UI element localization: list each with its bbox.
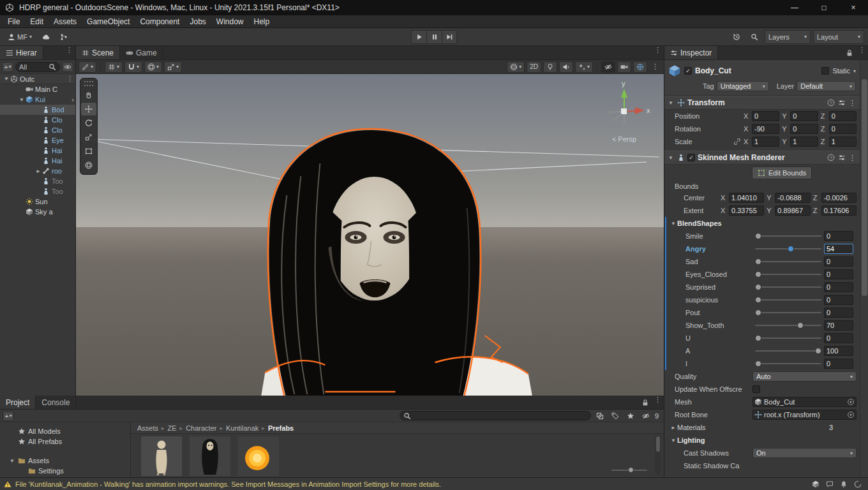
close-button[interactable]: × [839, 0, 868, 15]
breadcrumb-item[interactable]: Kuntilanak [226, 424, 258, 432]
component-enabled-checkbox[interactable]: ✓ [687, 154, 695, 161]
blendshape-slider[interactable] [755, 346, 821, 356]
blendshape-slider[interactable] [755, 231, 821, 241]
blendshape-slider[interactable] [755, 256, 821, 267]
slider-knob[interactable] [788, 246, 794, 252]
rotation-y-field[interactable]: 0 [790, 124, 818, 134]
maximize-button[interactable]: □ [809, 0, 839, 15]
tab-game[interactable]: Game [120, 46, 163, 59]
slider-knob[interactable] [815, 348, 821, 354]
slider-knob[interactable] [755, 335, 761, 341]
menu-jobs[interactable]: Jobs [184, 15, 211, 27]
console-status-icon[interactable] [826, 480, 834, 488]
grid-visual-dropdown[interactable]: ▾ [105, 61, 123, 73]
presets-icon[interactable] [838, 154, 846, 161]
hierarchy-item[interactable]: Too [0, 176, 75, 186]
progress-spinner-icon[interactable] [854, 480, 862, 488]
blendshape-slider[interactable] [755, 308, 821, 318]
blendshape-value-field[interactable]: 0 [824, 295, 853, 305]
blendshape-value-field[interactable]: 0 [824, 308, 853, 318]
breadcrumb-item[interactable]: Prefabs [268, 424, 294, 432]
scale-z-field[interactable]: 1 [829, 137, 857, 147]
open-prefab-chevron[interactable]: › [71, 96, 75, 103]
scene-lighting-toggle[interactable] [543, 61, 557, 73]
blendshape-label[interactable]: U [685, 334, 753, 342]
smr-header[interactable]: ▼ ✓ Skinned Mesh Renderer ? ⋮ [664, 151, 860, 165]
rotation-x-field[interactable]: -90 [752, 124, 779, 134]
foldout-arrow[interactable]: ▼ [670, 221, 677, 226]
menu-file[interactable]: File [3, 15, 25, 27]
slider-knob[interactable] [755, 258, 761, 265]
slider-knob[interactable] [755, 309, 761, 316]
blendshape-value-field[interactable]: 54 [824, 244, 853, 254]
project-search-input[interactable] [414, 412, 587, 420]
breadcrumb-item[interactable]: Assets [137, 424, 158, 432]
bounds-center-y-field[interactable]: -0.0688 [775, 193, 810, 203]
scene-audio-toggle[interactable] [559, 61, 573, 73]
tab-console[interactable]: Console [36, 396, 76, 409]
foldout-arrow[interactable]: ▼ [3, 76, 10, 82]
slider-knob[interactable] [755, 360, 761, 367]
blendshape-value-field[interactable]: 0 [824, 333, 853, 343]
foldout-arrow[interactable]: ▼ [667, 100, 675, 106]
hierarchy-item[interactable]: Too [0, 186, 75, 197]
materials-label[interactable]: Materials [677, 424, 706, 431]
tab-project[interactable]: Project [0, 396, 36, 409]
hierarchy-item[interactable]: Sky a [0, 207, 75, 217]
folder-item[interactable]: Settings [0, 466, 130, 476]
menu-window[interactable]: Window [211, 15, 249, 27]
blendshape-value-field[interactable]: 0 [824, 269, 853, 279]
position-x-field[interactable]: 0 [752, 111, 779, 121]
hierarchy-item[interactable]: Main C [0, 84, 75, 94]
foldout-arrow[interactable]: ► [34, 168, 42, 174]
property-label[interactable]: Scale [675, 138, 744, 145]
scene-orientation-gizmo[interactable]: y x < Persp [592, 79, 656, 143]
menu-component[interactable]: Component [135, 15, 184, 27]
scene-view-menu-icon[interactable]: ⋮ [652, 46, 664, 59]
blendshape-label[interactable]: Show_Tooth [685, 322, 753, 329]
scrollbar-thumb[interactable] [862, 79, 867, 296]
scale-x-field[interactable]: 1 [752, 137, 779, 147]
blendshape-value-field[interactable]: 0 [824, 359, 853, 369]
menu-edit[interactable]: Edit [25, 15, 49, 27]
transform-tool-button[interactable] [81, 159, 96, 172]
blendshape-slider[interactable] [755, 320, 821, 330]
hierarchy-item[interactable]: Clo [0, 125, 75, 135]
search-by-label-icon[interactable] [609, 412, 622, 420]
object-picker-icon[interactable] [847, 411, 855, 419]
static-checkbox[interactable] [821, 67, 829, 75]
bounds-extent-z-field[interactable]: 0.17606 [821, 205, 857, 216]
component-menu-icon[interactable]: ⋮ [849, 154, 856, 162]
play-button[interactable] [411, 30, 426, 44]
bounds-center-x-field[interactable]: 1.04010 [729, 193, 764, 203]
menu-assets[interactable]: Assets [49, 15, 82, 27]
static-dropdown-icon[interactable]: ▾ [853, 68, 856, 74]
update-offscreen-checkbox[interactable] [752, 385, 760, 393]
pause-button[interactable] [426, 30, 442, 44]
blendshape-slider[interactable] [755, 269, 821, 279]
camera-settings-button[interactable] [617, 61, 631, 73]
menu-help[interactable]: Help [249, 15, 275, 27]
position-z-field[interactable]: 0 [829, 111, 857, 121]
layer-dropdown[interactable]: Default ▾ [797, 81, 856, 91]
blendshape-value-field[interactable]: 100 [824, 346, 853, 356]
hierarchy-item[interactable]: Eye [0, 135, 75, 145]
position-y-field[interactable]: 0 [790, 111, 818, 121]
hierarchy-search-filter[interactable]: All [15, 62, 60, 72]
status-message[interactable]: File 'Kuntilanak_Animation - Walking' ha… [15, 480, 808, 488]
breadcrumb-item[interactable]: ZE [168, 424, 177, 432]
blendshape-slider[interactable] [755, 282, 821, 292]
blendshape-label[interactable]: A [685, 347, 753, 355]
project-menu-icon[interactable]: ⋮ [652, 396, 664, 409]
version-control-button[interactable] [56, 30, 71, 44]
cloud-services-button[interactable] [38, 30, 54, 44]
slider-knob[interactable] [755, 233, 761, 239]
object-picker-icon[interactable] [847, 398, 855, 406]
component-menu-icon[interactable]: ⋮ [849, 99, 856, 107]
save-search-icon[interactable] [624, 412, 637, 420]
rotate-tool-button[interactable] [81, 117, 96, 130]
hierarchy-item[interactable]: Clo [0, 115, 75, 125]
notification-icon[interactable] [840, 480, 848, 488]
shading-mode-dropdown[interactable]: ▾ [507, 61, 525, 73]
bounds-center-z-field[interactable]: -0.0026 [821, 193, 857, 203]
